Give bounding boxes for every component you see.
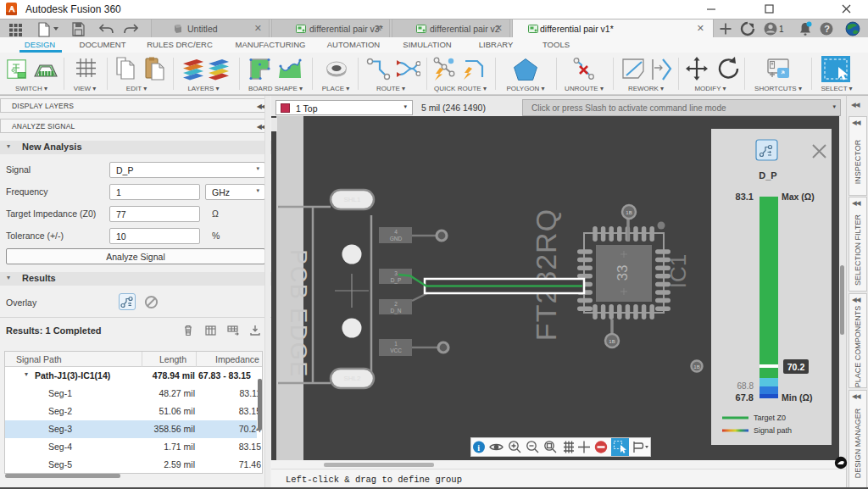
svg-text:33: 33 [615,265,631,281]
svg-text:VCC: VCC [390,347,402,353]
svg-text:PCB EDGE: PCB EDGE [286,249,311,378]
svg-text:1: 1 [779,25,784,34]
svg-text:83.1: 83.1 [736,192,754,202]
svg-text:Min (Ω): Min (Ω) [782,392,812,403]
svg-text:1B: 1B [609,339,615,344]
svg-text:67.8: 67.8 [736,392,754,403]
svg-text:3: 3 [394,270,398,276]
svg-text:1B: 1B [626,210,632,215]
svg-text:2: 2 [394,301,398,307]
svg-text:SHL2: SHL2 [343,375,361,382]
svg-text:?: ? [824,24,830,34]
svg-text:Signal path: Signal path [754,426,792,435]
svg-text:D_P: D_P [759,170,776,181]
svg-text:68.8: 68.8 [737,381,754,391]
svg-text:Max (Ω): Max (Ω) [782,192,815,202]
svg-text:1B: 1B [693,364,699,370]
svg-text:D_N: D_N [390,308,401,314]
svg-text:FT232RQ: FT232RQ [530,208,562,341]
svg-text:SHL1: SHL1 [343,196,361,203]
svg-text:Target Z0: Target Z0 [754,414,786,422]
svg-text:70.2: 70.2 [787,362,805,372]
svg-text:1: 1 [394,341,398,347]
svg-text:i: i [477,443,480,453]
svg-text:4: 4 [394,229,398,235]
svg-text:D_P: D_P [391,277,402,284]
svg-text:GND: GND [390,236,403,242]
